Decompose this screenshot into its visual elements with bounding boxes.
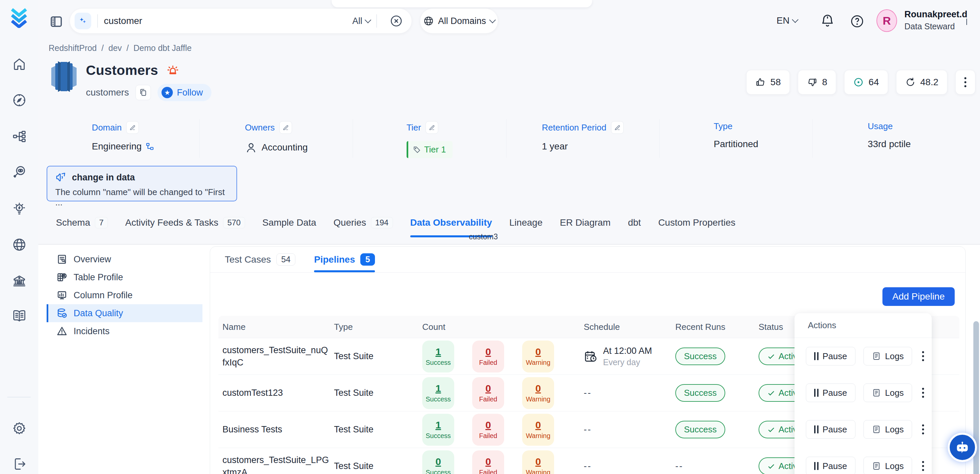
failed-count-chip[interactable]: 0Failed	[472, 377, 504, 409]
logs-button[interactable]: Logs	[864, 420, 912, 439]
search-scope-dropdown[interactable]: All	[352, 16, 370, 26]
usage-value: 33rd pctile	[868, 139, 911, 150]
govern-bank-icon[interactable]	[12, 274, 27, 288]
follow-button[interactable]: ★ Follow	[158, 84, 212, 101]
sidenav-item-overview[interactable]: Overview	[47, 250, 202, 268]
insights-bulb-icon[interactable]	[12, 202, 27, 216]
refresh-metric-button[interactable]: 48.2	[896, 70, 948, 94]
tab-activity-feeds[interactable]: Activity Feeds & Tasks570	[125, 217, 245, 230]
column-profile-icon	[56, 289, 68, 301]
success-count-chip[interactable]: 0Success	[422, 450, 454, 474]
tab-custom-properties[interactable]: Custom Properties	[658, 217, 736, 229]
observability-icon[interactable]	[12, 165, 27, 180]
edit-owners-button[interactable]	[279, 121, 292, 134]
success-count-chip[interactable]: 1Success	[422, 377, 454, 409]
pause-icon	[814, 462, 818, 470]
warning-count-chip[interactable]: 0Warning	[522, 377, 554, 409]
downvote-button[interactable]: 8	[798, 70, 837, 94]
add-pipeline-button[interactable]: Add Pipeline	[883, 287, 955, 306]
user-menu-chevron-icon[interactable]	[966, 19, 967, 25]
sidenav-item-data-quality[interactable]: Data Quality	[47, 304, 202, 322]
owners-value: Accounting	[261, 142, 308, 153]
copy-name-button[interactable]	[135, 85, 151, 100]
subtab-pipelines[interactable]: Pipelines 5	[314, 247, 375, 272]
logout-icon[interactable]	[12, 457, 27, 471]
table-profile-icon	[56, 272, 68, 283]
warning-count-chip[interactable]: 0Warning	[522, 340, 554, 372]
pipeline-name[interactable]: Business Tests	[223, 423, 329, 435]
pause-button[interactable]: Pause	[806, 457, 856, 474]
search-clear-icon[interactable]	[390, 14, 403, 28]
metadata-type: Type Partitioned	[659, 119, 813, 158]
chat-bot-button[interactable]	[948, 433, 977, 462]
row-kebab-icon[interactable]	[922, 351, 924, 361]
glossary-book-icon[interactable]	[12, 309, 27, 323]
sidenav-item-column-profile[interactable]: Column Profile	[47, 286, 202, 304]
recent-runs-empty: --	[671, 461, 754, 471]
failed-count-chip[interactable]: 0Failed	[472, 414, 504, 446]
settings-gear-icon[interactable]	[12, 421, 27, 436]
upvote-button[interactable]: 58	[746, 70, 790, 94]
sidenav-item-table-profile[interactable]: Table Profile	[47, 268, 202, 286]
failed-count-chip[interactable]: 0Failed	[472, 340, 504, 372]
score-button[interactable]: 64	[844, 70, 888, 94]
failed-count-chip[interactable]: 0Failed	[472, 450, 504, 474]
announcement-title: change in data	[72, 172, 135, 183]
tab-queries[interactable]: Queries194	[334, 217, 393, 230]
warning-triangle-icon	[56, 326, 68, 337]
language-selector[interactable]: EN	[776, 15, 797, 26]
edit-tier-button[interactable]	[426, 121, 438, 134]
edit-domain-button[interactable]	[126, 121, 139, 134]
breadcrumb-item[interactable]: dev	[108, 43, 121, 53]
logs-button[interactable]: Logs	[864, 383, 912, 402]
explore-compass-icon[interactable]	[12, 93, 27, 108]
pipeline-name[interactable]: customers_TestSuite_nuQfxIqC	[223, 344, 329, 369]
row-kebab-icon[interactable]	[922, 461, 924, 471]
downvote-count: 8	[822, 77, 827, 87]
pause-button[interactable]: Pause	[806, 347, 856, 366]
domains-sitemap-icon[interactable]	[12, 129, 27, 144]
robot-icon	[954, 439, 971, 456]
app-logo[interactable]	[9, 7, 29, 28]
tab-data-observability[interactable]: Data Observability	[410, 217, 492, 229]
globe-icon[interactable]	[12, 237, 27, 252]
breadcrumb-item[interactable]: RedshiftProd	[49, 43, 97, 53]
breadcrumb-item[interactable]: Demo dbt Jaffle	[134, 43, 192, 53]
entity-stats: 58 8 64 48.2	[746, 70, 975, 94]
row-kebab-icon[interactable]	[922, 425, 924, 434]
tab-sample-data[interactable]: Sample Data	[262, 217, 317, 229]
chevron-down-icon	[792, 16, 799, 23]
search-input[interactable]	[104, 16, 352, 26]
tab-er-diagram[interactable]: ER Diagram	[560, 217, 610, 229]
tab-lineage[interactable]: Lineage	[509, 217, 543, 229]
edit-retention-button[interactable]	[611, 121, 624, 134]
tab-dbt[interactable]: dbt	[628, 217, 641, 229]
warning-count-chip[interactable]: 0Warning	[522, 414, 554, 446]
logs-button[interactable]: Logs	[864, 457, 912, 474]
pause-button[interactable]: Pause	[806, 420, 856, 439]
ai-sparkle-icon[interactable]	[75, 13, 91, 29]
announcement-card[interactable]: change in data The column "name" will be…	[47, 166, 237, 201]
pipeline-name[interactable]: customers_TestSuite_LPGxtmzA	[223, 454, 329, 474]
notifications-bell-icon[interactable]	[820, 13, 835, 29]
warning-count-chip[interactable]: 0Warning	[522, 450, 554, 474]
user-avatar[interactable]: R	[877, 9, 897, 32]
metadata-domain: Domain Engineering	[47, 119, 199, 158]
home-icon[interactable]	[12, 57, 27, 71]
success-count-chip[interactable]: 1Success	[422, 340, 454, 372]
sidebar-toggle-icon[interactable]	[49, 14, 63, 29]
logs-icon	[872, 425, 881, 434]
pipeline-type: Test Suite	[330, 425, 418, 435]
pause-button[interactable]: Pause	[806, 383, 856, 402]
help-icon[interactable]	[850, 14, 864, 29]
success-count-chip[interactable]: 1Success	[422, 414, 454, 446]
subtab-test-cases[interactable]: Test Cases 54	[225, 247, 295, 272]
domain-filter-dropdown[interactable]: All Domains	[420, 9, 498, 33]
sidenav-item-incidents[interactable]: Incidents	[47, 322, 202, 340]
more-actions-button[interactable]	[955, 70, 975, 94]
pipeline-name[interactable]: customTest123	[223, 387, 329, 399]
user-menu[interactable]: Rounakpreet.d Data Steward	[904, 9, 967, 31]
tab-schema[interactable]: Schema7	[56, 217, 108, 230]
row-kebab-icon[interactable]	[922, 388, 924, 398]
logs-button[interactable]: Logs	[864, 347, 912, 366]
